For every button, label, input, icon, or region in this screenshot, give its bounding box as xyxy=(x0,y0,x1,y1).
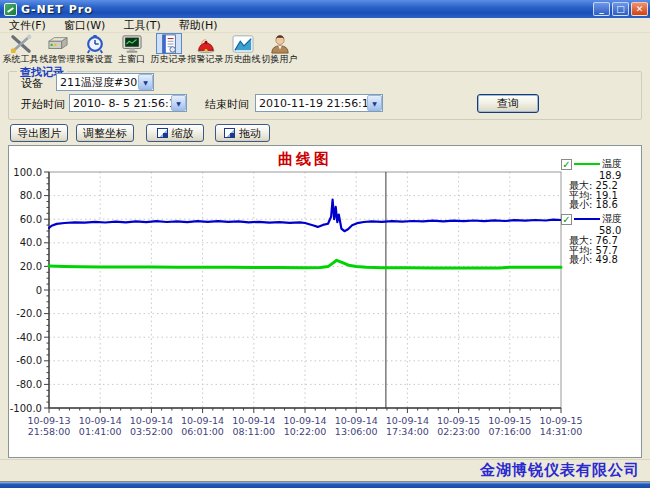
start-time-value: 2010- 8- 5 21:56:12 xyxy=(70,97,171,110)
alarm-bell-icon xyxy=(193,33,219,54)
humidity-min: 49.8 xyxy=(596,254,618,265)
end-time-select[interactable]: 2010-11-19 21:56:12 ▼ xyxy=(255,94,383,112)
tools-icon xyxy=(8,33,34,54)
zoom-toggle-button[interactable]: 缩放 xyxy=(146,124,204,142)
chevron-down-icon[interactable]: ▼ xyxy=(138,74,153,90)
window-title: G-NET Pro xyxy=(21,3,93,16)
status-bar: 金湖博锐仪表有限公司 xyxy=(0,459,650,481)
svg-text:40.0: 40.0 xyxy=(20,237,42,248)
svg-text:10-09-1321:58:00: 10-09-1321:58:00 xyxy=(27,415,70,437)
svg-text:10-09-1413:06:00: 10-09-1413:06:00 xyxy=(335,415,378,437)
toolbar-item-system-tools[interactable]: 系统工具 xyxy=(2,33,39,64)
curve-icon xyxy=(230,33,256,54)
toolbar-item-history-curve[interactable]: 历史曲线 xyxy=(224,33,261,64)
menu-tools[interactable]: 工具(T) xyxy=(114,18,169,33)
svg-text:10-09-1410:22:00: 10-09-1410:22:00 xyxy=(283,415,326,437)
line-device-icon xyxy=(45,33,71,54)
drag-mode-icon xyxy=(224,128,235,138)
temperature-checkbox[interactable]: ✓ xyxy=(561,159,572,170)
user-icon xyxy=(267,33,293,54)
alarm-clock-icon xyxy=(82,33,108,54)
menu-window[interactable]: 窗口(W) xyxy=(55,18,114,33)
chart-actions: 导出图片 调整坐标 缩放 拖动 xyxy=(10,124,650,144)
svg-text:-100.0: -100.0 xyxy=(10,403,42,414)
svg-text:10-09-1502:23:00: 10-09-1502:23:00 xyxy=(437,415,480,437)
svg-text:-40.0: -40.0 xyxy=(16,332,42,343)
toolbar-label: 报警记录 xyxy=(188,54,224,64)
maximize-button[interactable]: □ xyxy=(612,2,629,16)
end-time-label: 结束时间 xyxy=(205,97,249,112)
svg-text:-60.0: -60.0 xyxy=(16,355,42,366)
svg-text:10-09-1401:41:00: 10-09-1401:41:00 xyxy=(79,415,122,437)
svg-text:10-09-1408:11:00: 10-09-1408:11:00 xyxy=(232,415,275,437)
drag-label: 拖动 xyxy=(239,126,261,141)
document-icon xyxy=(156,33,182,54)
temperature-line-swatch xyxy=(574,163,600,165)
company-name: 金湖博锐仪表有限公司 xyxy=(480,461,640,480)
humidity-name: 湿度 xyxy=(602,212,622,226)
end-time-value: 2010-11-19 21:56:12 xyxy=(256,97,367,110)
chart-panel: 曲线图 -100.0-80.0-60.0-40.0-20.0020.040.06… xyxy=(8,145,642,458)
chevron-down-icon[interactable]: ▼ xyxy=(171,95,186,111)
toolbar-item-switch-user[interactable]: 切换用户 xyxy=(261,33,298,64)
toolbar-label: 主窗口 xyxy=(118,54,145,64)
menu-file[interactable]: 文件(F) xyxy=(0,18,55,33)
svg-text:10-09-1417:34:00: 10-09-1417:34:00 xyxy=(386,415,429,437)
legend-entry-humidity: ✓ 湿度 58.0 最大: 76.7 平均: 57.7 最小: 49.8 xyxy=(561,213,641,265)
svg-text:10-09-1507:16:00: 10-09-1507:16:00 xyxy=(488,415,531,437)
monitor-icon xyxy=(119,33,145,54)
svg-text:80.0: 80.0 xyxy=(20,190,42,201)
adjust-axes-button[interactable]: 调整坐标 xyxy=(76,124,134,142)
title-bar: G-NET Pro _ □ ✕ xyxy=(0,0,650,18)
toolbar-item-alarm-records[interactable]: 报警记录 xyxy=(187,33,224,64)
toolbar-item-line-management[interactable]: 线路管理 xyxy=(39,33,76,64)
svg-text:10-09-1406:01:00: 10-09-1406:01:00 xyxy=(181,415,224,437)
temperature-min: 18.6 xyxy=(596,199,618,210)
device-select[interactable]: 211温湿度#30 ▼ xyxy=(56,73,154,91)
device-value: 211温湿度#30 xyxy=(57,75,138,90)
zoom-mode-icon xyxy=(157,128,168,138)
minimize-button[interactable]: _ xyxy=(593,2,610,16)
app-icon xyxy=(4,3,17,16)
toolbar-label: 线路管理 xyxy=(40,54,76,64)
toolbar: 系统工具 线路管理 报警设置 主窗口 历史记录 xyxy=(0,33,650,66)
chart-plot[interactable]: -100.0-80.0-60.0-40.0-20.0020.040.060.08… xyxy=(9,146,641,457)
chevron-down-icon[interactable]: ▼ xyxy=(367,95,382,111)
svg-text:0: 0 xyxy=(36,285,42,296)
start-time-label: 开始时间 xyxy=(21,97,65,112)
humidity-line-swatch xyxy=(574,218,600,220)
svg-text:10-09-1403:52:00: 10-09-1403:52:00 xyxy=(130,415,173,437)
device-label: 设备 xyxy=(21,76,43,91)
toolbar-item-main-window[interactable]: 主窗口 xyxy=(113,33,150,64)
toolbar-label: 系统工具 xyxy=(3,54,39,64)
window-bottom-border xyxy=(0,481,650,488)
svg-text:60.0: 60.0 xyxy=(20,214,42,225)
menu-bar: 文件(F) 窗口(W) 工具(T) 帮助(H) xyxy=(0,18,650,33)
find-records-group: 查找记录 设备 211温湿度#30 ▼ 开始时间 2010- 8- 5 21:5… xyxy=(8,71,642,120)
svg-text:-80.0: -80.0 xyxy=(16,379,42,390)
menu-help[interactable]: 帮助(H) xyxy=(170,18,227,33)
legend-entry-temperature: ✓ 温度 18.9 最大: 25.2 平均: 19.1 最小: 18.6 xyxy=(561,158,641,210)
query-button[interactable]: 查询 xyxy=(477,94,539,113)
min-label: 最小: xyxy=(569,199,592,210)
temperature-name: 温度 xyxy=(602,157,622,171)
zoom-label: 缩放 xyxy=(172,126,194,141)
app-window: G-NET Pro _ □ ✕ 文件(F) 窗口(W) 工具(T) 帮助(H) … xyxy=(0,0,650,488)
toolbar-label: 报警设置 xyxy=(77,54,113,64)
toolbar-label: 切换用户 xyxy=(262,54,298,64)
start-time-select[interactable]: 2010- 8- 5 21:56:12 ▼ xyxy=(69,94,187,112)
toolbar-item-alarm-settings[interactable]: 报警设置 xyxy=(76,33,113,64)
chart-legend: ✓ 温度 18.9 最大: 25.2 平均: 19.1 最小: 18.6 ✓ 湿… xyxy=(561,146,641,446)
toolbar-label: 历史曲线 xyxy=(225,54,261,64)
svg-text:20.0: 20.0 xyxy=(20,261,42,272)
svg-text:100.0: 100.0 xyxy=(13,167,42,178)
svg-text:-20.0: -20.0 xyxy=(16,308,42,319)
close-button[interactable]: ✕ xyxy=(631,2,648,16)
humidity-checkbox[interactable]: ✓ xyxy=(561,214,572,225)
toolbar-label: 历史记录 xyxy=(151,54,187,64)
toolbar-item-history-records[interactable]: 历史记录 xyxy=(150,33,187,64)
drag-toggle-button[interactable]: 拖动 xyxy=(215,124,270,142)
export-image-button[interactable]: 导出图片 xyxy=(10,124,68,142)
min-label: 最小: xyxy=(569,254,592,265)
